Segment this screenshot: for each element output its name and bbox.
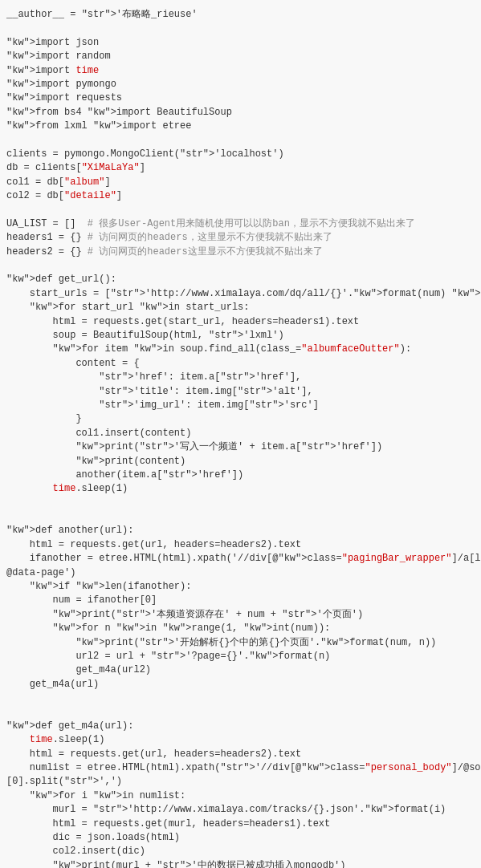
code-area[interactable]: __author__ = "str">'布略略_rieuse' "kw">imp… (0, 8, 481, 868)
code-container: __author__ = "str">'布略略_rieuse' "kw">imp… (0, 0, 481, 868)
